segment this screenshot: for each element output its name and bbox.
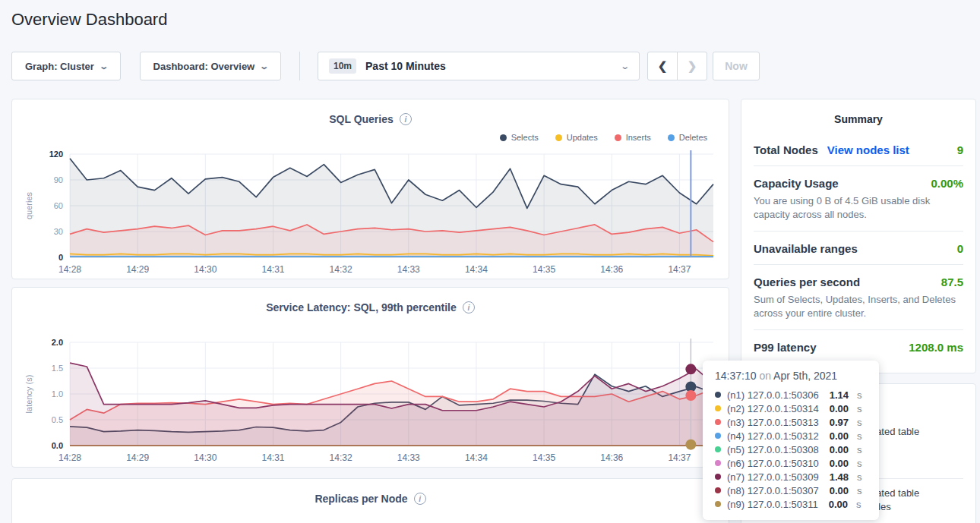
time-range-selector[interactable]: 10m Past 10 Minutes ⌄ [318, 52, 640, 80]
legend-item-selects[interactable]: Selects [500, 133, 539, 142]
p99-latency-label: P99 latency [754, 341, 817, 354]
node-latency-value: 0.00 [830, 485, 849, 496]
capacity-value: 0.00% [931, 177, 963, 190]
svg-text:14:33: 14:33 [397, 264, 420, 275]
legend-dot [615, 134, 621, 141]
time-range-label: Past 10 Minutes [365, 60, 612, 72]
legend-label: Deletes [679, 133, 707, 142]
unavailable-ranges-label: Unavailable ranges [754, 242, 858, 255]
info-icon[interactable]: i [414, 493, 426, 505]
legend-label: Inserts [626, 133, 651, 142]
node-color-dot [715, 474, 721, 480]
chevron-left-icon: ❮ [658, 59, 668, 73]
tooltip-node-row: (n9) 127.0.0.1:503110.00s [715, 497, 867, 511]
qps-description: Sum of Selects, Updates, Inserts, and De… [754, 293, 963, 320]
node-latency-value: 1.14 [830, 389, 849, 401]
total-nodes-value: 9 [957, 143, 963, 156]
svg-text:14:35: 14:35 [533, 452, 555, 463]
summary-heading: Summary [754, 99, 963, 133]
sql-queries-chart[interactable]: 14:2814:2914:3014:3114:3214:3314:3414:35… [21, 147, 719, 277]
svg-text:14:35: 14:35 [533, 264, 555, 275]
node-latency-value: 0.00 [829, 499, 848, 510]
legend-item-updates[interactable]: Updates [555, 133, 598, 142]
svg-text:14:32: 14:32 [330, 452, 352, 463]
svg-text:1.0: 1.0 [52, 389, 63, 399]
time-next-button[interactable]: ❯ [677, 52, 707, 80]
replicas-panel: Replicas per Node i [11, 478, 729, 523]
tooltip-node-row: (n7) 127.0.0.1:503091.48s [715, 470, 867, 484]
time-prev-button[interactable]: ❮ [647, 52, 678, 80]
legend-label: Selects [511, 133, 539, 142]
controls-divider [299, 52, 300, 80]
now-button-label: Now [725, 60, 748, 72]
tooltip-node-row: (n3) 127.0.0.1:503130.97s [715, 415, 867, 429]
node-address: (n8) 127.0.0.1:50307 [727, 485, 819, 496]
svg-text:latency (s): latency (s) [24, 375, 33, 414]
svg-text:90: 90 [54, 175, 63, 184]
node-color-dot [715, 405, 721, 411]
tooltip-timestamp: 14:37:10 on Apr 5th, 2021 [715, 370, 867, 382]
sql-queries-panel: SQL Queries i SelectsUpdatesInsertsDelet… [11, 99, 729, 279]
tooltip-node-rows: (n1) 127.0.0.1:503061.14s(n2) 127.0.0.1:… [715, 388, 867, 511]
node-latency-unit: s [857, 417, 862, 428]
qps-label: Queries per second [754, 276, 860, 288]
chevron-down-icon: ⌄ [620, 61, 630, 71]
latency-title: Service Latency: SQL, 99th percentile [266, 301, 457, 313]
svg-text:14:31: 14:31 [261, 452, 284, 463]
svg-text:queries: queries [24, 191, 33, 219]
node-address: (n4) 127.0.0.1:50312 [727, 430, 819, 442]
tooltip-node-row: (n2) 127.0.0.1:503140.00s [715, 402, 867, 415]
node-latency-value: 1.48 [830, 471, 849, 483]
svg-text:120: 120 [49, 150, 63, 159]
svg-text:14:34: 14:34 [465, 452, 488, 463]
summary-row-total-nodes: Total Nodes View nodes list 9 [754, 133, 963, 166]
node-color-dot [715, 392, 721, 398]
graph-dropdown[interactable]: Graph: Cluster ⌄ [11, 52, 121, 80]
time-range-badge: 10m [329, 58, 356, 74]
node-address: (n2) 127.0.0.1:50314 [727, 403, 819, 414]
chevron-down-icon: ⌄ [99, 61, 109, 71]
node-latency-value: 0.00 [830, 430, 849, 442]
node-color-dot [715, 433, 721, 439]
dashboard-dropdown-label: Dashboard: Overview [153, 61, 255, 72]
node-address: (n9) 127.0.0.1:50311 [727, 499, 818, 510]
svg-text:60: 60 [54, 201, 63, 210]
info-icon[interactable]: i [400, 113, 412, 125]
node-latency-unit: s [857, 485, 862, 496]
svg-text:14:30: 14:30 [194, 452, 217, 463]
node-color-dot [715, 446, 721, 452]
node-address: (n7) 127.0.0.1:50309 [727, 471, 819, 483]
svg-text:14:37: 14:37 [668, 452, 691, 463]
now-button[interactable]: Now [713, 52, 760, 80]
svg-text:14:33: 14:33 [397, 452, 420, 463]
svg-text:2.0: 2.0 [52, 338, 63, 347]
node-address: (n5) 127.0.0.1:50308 [727, 444, 819, 455]
capacity-description: You are using 0 B of 4.5 GiB usable disk… [754, 194, 963, 222]
node-address: (n3) 127.0.0.1:50313 [727, 417, 819, 428]
sql-queries-legend: SelectsUpdatesInsertsDeletes [500, 133, 707, 142]
node-address: (n1) 127.0.0.1:50306 [727, 389, 819, 401]
view-nodes-list-link[interactable]: View nodes list [827, 143, 909, 156]
summary-panel: Summary Total Nodes View nodes list 9 Ca… [741, 99, 976, 373]
node-latency-unit: s [857, 458, 862, 469]
summary-row-p99: P99 latency 1208.0 ms [754, 330, 963, 363]
legend-item-deletes[interactable]: Deletes [668, 133, 707, 142]
svg-text:0.0: 0.0 [52, 441, 63, 450]
node-color-dot [715, 460, 721, 466]
tooltip-node-row: (n1) 127.0.0.1:503061.14s [715, 388, 867, 402]
chart-hover-tooltip: 14:37:10 on Apr 5th, 2021 (n1) 127.0.0.1… [703, 361, 879, 520]
legend-item-inserts[interactable]: Inserts [615, 133, 651, 142]
dashboard-dropdown[interactable]: Dashboard: Overview ⌄ [140, 52, 281, 80]
latency-panel: Service Latency: SQL, 99th percentile i … [11, 287, 729, 468]
replicas-title: Replicas per Node [315, 493, 407, 505]
chevron-down-icon: ⌄ [259, 61, 269, 71]
legend-dot [668, 134, 675, 141]
latency-chart[interactable]: 14:2814:2914:3014:3114:3214:3314:3414:35… [21, 335, 719, 465]
info-icon[interactable]: i [463, 301, 475, 313]
tooltip-node-row: (n4) 127.0.0.1:503120.00s [715, 429, 867, 443]
page-title: Overview Dashboard [11, 10, 167, 30]
node-latency-value: 0.97 [830, 417, 849, 428]
svg-text:0: 0 [58, 253, 63, 262]
svg-text:14:30: 14:30 [194, 264, 217, 275]
svg-text:14:28: 14:28 [58, 264, 81, 275]
